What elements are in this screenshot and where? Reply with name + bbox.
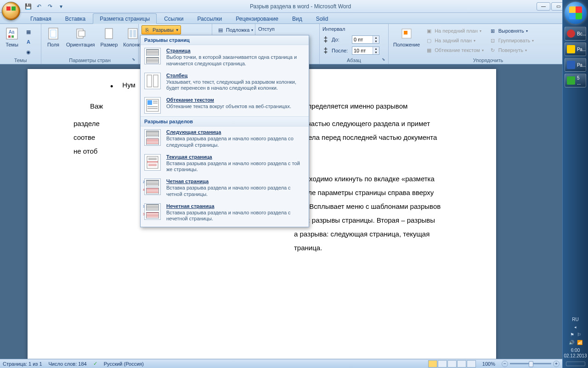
minimize-button[interactable]: — xyxy=(537,2,550,11)
tab-insert[interactable]: Вставка xyxy=(59,14,92,23)
text-wrapping-button[interactable]: ▦Обтекание текстом▾ xyxy=(424,46,486,55)
chevron-down-icon: ▼ xyxy=(175,28,179,32)
windows-taskbar: Вс... Ра... Ра... 5 ... RU ◂ ⚑ ⚐ 🔊 📶 6:0… xyxy=(562,0,588,368)
spin-up-icon[interactable]: ▲ xyxy=(373,36,379,40)
yandex-icon xyxy=(567,29,575,38)
menu-item-next-page-break[interactable]: Следующая страницаВставка разрыва раздел… xyxy=(141,126,309,151)
taskbar-item-2[interactable]: Ра... xyxy=(565,42,586,56)
svg-rect-2 xyxy=(8,35,11,38)
start-button[interactable] xyxy=(565,2,587,24)
orientation-button[interactable]: Ориентация xyxy=(64,25,96,48)
colors-icon: ▦ xyxy=(25,28,32,35)
send-back-button[interactable]: ▢На задний план▾ xyxy=(424,36,486,45)
even-page-icon: 24 xyxy=(144,178,161,195)
status-spellcheck-icon[interactable]: ✓ xyxy=(93,361,97,367)
menu-item-column-break[interactable]: СтолбецУказывает, что текст, следующий з… xyxy=(141,70,309,95)
svg-rect-13 xyxy=(404,31,407,34)
tray-volume-icon[interactable]: 🔊 xyxy=(569,340,574,345)
tab-home[interactable]: Главная xyxy=(24,14,58,23)
theme-effects-button[interactable]: ◉ xyxy=(23,47,34,57)
qat-redo-icon[interactable]: ↷ xyxy=(46,2,54,11)
group-themes: Aa Темы ▦ A ◉ Темы xyxy=(0,24,41,64)
tab-solid[interactable]: Solid xyxy=(310,14,335,23)
menu-item-text-wrapping-break[interactable]: Обтекание текстомОбтекание текста вокруг… xyxy=(141,94,309,116)
spacing-after-icon: ‡ xyxy=(322,47,329,54)
tab-page-layout[interactable]: Разметка страницы xyxy=(93,13,157,24)
zoom-slider[interactable] xyxy=(510,363,551,364)
page-setup-dialog-launcher[interactable]: ⬊ xyxy=(131,57,136,63)
breaks-dropdown-menu: Разрывы страниц СтраницаВыбор точки, в к… xyxy=(140,35,309,227)
view-outline[interactable] xyxy=(457,360,466,368)
window-title: Разрыв раздела в word - Microsoft Word xyxy=(65,3,536,10)
rotate-button[interactable]: ↻Повернуть▾ xyxy=(487,46,536,55)
bring-front-button[interactable]: ▣На передний план▾ xyxy=(424,26,486,35)
columns-icon xyxy=(125,26,140,41)
menu-item-continuous-break[interactable]: Текущая страницаВставка разрыва раздела … xyxy=(141,151,309,176)
watermark-button[interactable]: ▤ Подложка ▾ xyxy=(215,25,255,34)
group-icon: ⊡ xyxy=(489,37,497,44)
tray-clock[interactable]: 6:00 02.12.2013 xyxy=(564,348,587,359)
group-page-setup: Поля Ориентация Размер Колонки Параметры… xyxy=(41,24,139,64)
qat-undo-icon[interactable]: ↶ xyxy=(35,2,43,11)
theme-colors-button[interactable]: ▦ xyxy=(23,27,34,36)
tab-view[interactable]: Вид xyxy=(286,14,309,23)
svg-rect-3 xyxy=(11,35,14,38)
spin-down-icon[interactable]: ▼ xyxy=(373,51,379,54)
breaks-button[interactable]: ⎘ Разрывы ▼ xyxy=(141,25,181,34)
position-button[interactable]: Положение xyxy=(391,25,422,48)
spin-up-icon[interactable]: ▲ xyxy=(373,47,379,51)
tray-action-icon[interactable]: ⚐ xyxy=(577,332,581,337)
view-full-screen[interactable] xyxy=(438,360,447,368)
zoom-out-button[interactable]: − xyxy=(502,361,508,367)
status-language[interactable]: Русский (Россия) xyxy=(104,361,144,367)
themes-button[interactable]: Aa Темы xyxy=(3,25,21,48)
status-page[interactable]: Страница: 1 из 1 xyxy=(3,361,42,367)
tray-lang[interactable]: RU xyxy=(572,317,578,322)
system-tray: RU ◂ ⚑ ⚐ 🔊 📶 6:00 02.12.2013 xyxy=(563,315,588,368)
spin-down-icon[interactable]: ▼ xyxy=(373,40,379,43)
rotate-icon: ↻ xyxy=(489,46,497,54)
tray-chevron-icon[interactable]: ◂ xyxy=(574,325,577,329)
size-button[interactable]: Размер xyxy=(98,25,119,48)
tray-wifi-icon[interactable]: 📶 xyxy=(577,340,582,345)
tray-network-icon[interactable]: ⚑ xyxy=(570,332,574,337)
menu-item-even-page-break[interactable]: 24 Четная страницаВставка разрыва раздел… xyxy=(141,176,309,201)
view-web-layout[interactable] xyxy=(447,360,457,368)
tab-references[interactable]: Ссылки xyxy=(158,14,190,23)
margins-button[interactable]: Поля xyxy=(44,25,62,48)
office-button[interactable] xyxy=(2,2,20,20)
chevron-down-icon: ▾ xyxy=(251,28,253,32)
status-bar: Страница: 1 из 1 Число слов: 184 ✓ Русск… xyxy=(0,359,562,368)
view-buttons xyxy=(428,360,476,368)
size-icon xyxy=(102,26,116,41)
tab-mailings[interactable]: Рассылки xyxy=(191,14,228,23)
qat-customize-icon[interactable]: ▾ xyxy=(57,2,65,11)
watermark-icon: ▤ xyxy=(217,26,224,34)
group-objects-button[interactable]: ⊡Группировать▾ xyxy=(487,36,536,45)
taskbar-item-4[interactable]: 5 ... xyxy=(565,74,586,87)
view-print-layout[interactable] xyxy=(428,360,437,368)
view-draft[interactable] xyxy=(467,360,476,368)
theme-fonts-button[interactable]: A xyxy=(23,37,34,46)
align-button[interactable]: ⊞Выровнять▾ xyxy=(487,26,536,35)
tab-review[interactable]: Рецензирование xyxy=(229,14,285,23)
qat-save-icon[interactable]: 💾 xyxy=(24,2,32,11)
zoom-percent[interactable]: 100% xyxy=(482,361,495,367)
svg-rect-15 xyxy=(153,75,158,87)
taskbar-item-1[interactable]: Вс... xyxy=(565,27,586,40)
quick-access-toolbar: 💾 ↶ ↷ ▾ xyxy=(24,2,65,11)
show-desktop-button[interactable] xyxy=(566,362,585,366)
word-icon xyxy=(567,61,575,69)
paragraph-dialog-launcher[interactable]: ⬊ xyxy=(381,57,386,63)
ribbon-tab-row: Главная Вставка Разметка страницы Ссылки… xyxy=(0,13,588,24)
taskbar-item-3[interactable]: Ра... xyxy=(565,58,586,72)
status-word-count[interactable]: Число слов: 184 xyxy=(49,361,87,367)
menu-item-page-break[interactable]: СтраницаВыбор точки, в которой заканчива… xyxy=(141,45,309,70)
svg-rect-17 xyxy=(147,100,152,105)
group-themes-label: Темы xyxy=(3,57,38,63)
spacing-after-spinner[interactable]: ▲▼ xyxy=(352,46,379,55)
svg-text:Aa: Aa xyxy=(9,29,15,34)
zoom-in-button[interactable]: + xyxy=(553,361,560,367)
spacing-before-spinner[interactable]: ▲▼ xyxy=(352,35,379,44)
menu-item-odd-page-break[interactable]: 13 Нечетная страницаВставка разрыва разд… xyxy=(141,201,309,225)
